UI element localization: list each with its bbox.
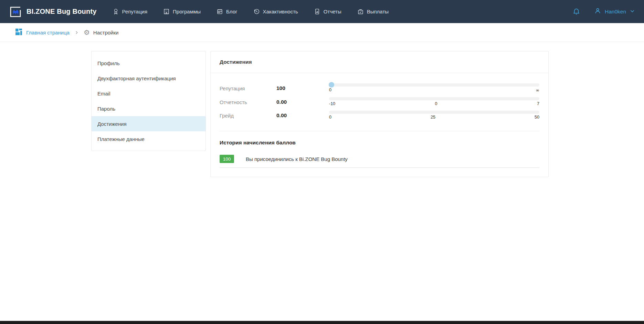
points-badge: 100 — [220, 155, 234, 163]
nav-item-programs[interactable]: Программы — [163, 8, 201, 15]
sidebar-item-email[interactable]: Email — [92, 86, 205, 101]
nav-item-payouts[interactable]: Выплаты — [357, 8, 389, 15]
nav-label: Отчеты — [324, 9, 341, 14]
navbar-right: Han0ken — [572, 7, 635, 16]
medal-icon — [113, 8, 119, 15]
nav-label: Блог — [226, 9, 237, 14]
slider-labels: -10 0 7 — [329, 101, 539, 106]
sidebar-item-label: Платежные данные — [97, 136, 145, 142]
sidebar-item-achievements[interactable]: Достижения — [92, 116, 205, 131]
reporting-slider: -10 0 7 — [329, 97, 539, 106]
slider-min-label: -10 — [329, 101, 335, 106]
slider-max-label: 7 — [537, 101, 539, 106]
points-history-section: История начисления баллов 100 Вы присоед… — [220, 131, 539, 177]
chevron-down-icon — [630, 8, 635, 15]
notifications-bell-icon[interactable] — [572, 8, 580, 16]
breadcrumb: Главная страница ⚙ Настройки — [0, 23, 644, 42]
page-content: Профиль Двухфакторная аутентификация Ema… — [0, 42, 644, 321]
history-entry-text: Вы присоединились к Bi.ZONE Bug Bounty — [246, 156, 348, 162]
stat-value: 100 — [276, 83, 329, 93]
nav-label: Выплаты — [367, 9, 389, 14]
nav-label: Репутация — [122, 9, 147, 14]
bug-logo-icon — [9, 5, 22, 18]
gear-icon: ⚙ — [84, 29, 90, 36]
achievements-panel: Достижения Репутация 100 0 ∞ Отчетность — [210, 51, 549, 177]
breadcrumb-home-label: Главная страница — [26, 30, 70, 36]
stat-label: Грейд — [220, 111, 276, 120]
chevron-right-icon — [74, 30, 79, 35]
building-icon — [163, 8, 170, 15]
sidebar-item-label: Профиль — [97, 60, 120, 66]
nav-label: Хакактивность — [263, 9, 298, 14]
stats-section: Репутация 100 0 ∞ Отчетность 0.00 — [211, 73, 548, 131]
stat-label: Отчетность — [220, 97, 276, 106]
user-icon — [594, 7, 601, 16]
points-history-title: История начисления баллов — [220, 140, 539, 146]
slider-labels: 0 ∞ — [329, 88, 539, 93]
slider-labels: 0 25 50 — [329, 115, 539, 120]
slider-track — [329, 83, 539, 87]
footer-strip — [0, 321, 644, 324]
sidebar-item-label: Достижения — [97, 121, 127, 127]
dashboard-icon — [15, 28, 22, 37]
notebook-icon — [217, 8, 223, 15]
sidebar-item-label: Email — [97, 91, 110, 97]
nav-item-reputation[interactable]: Репутация — [113, 8, 147, 15]
top-navbar: BI.ZONE Bug Bounty Репутация Программы — [0, 0, 644, 23]
slider-mid-label: 0 — [435, 101, 437, 106]
slider-mid-label: 25 — [431, 115, 435, 120]
breadcrumb-home-link[interactable]: Главная страница — [15, 28, 70, 37]
history-entry: 100 Вы присоединились к Bi.ZONE Bug Boun… — [220, 155, 539, 168]
slider-min-label: 0 — [329, 88, 331, 93]
nav-item-blog[interactable]: Блог — [217, 8, 237, 15]
sidebar-item-password[interactable]: Пароль — [92, 101, 205, 116]
stat-label: Репутация — [220, 83, 276, 93]
grade-slider: 0 25 50 — [329, 111, 539, 120]
nav-label: Программы — [173, 9, 201, 14]
stat-value: 0.00 — [276, 97, 329, 106]
slider-track — [329, 111, 539, 114]
stat-row-grade: Грейд 0.00 0 25 50 — [220, 111, 539, 120]
main-navigation: Репутация Программы Блог — [113, 8, 389, 15]
stat-row-reporting: Отчетность 0.00 -10 0 7 — [220, 97, 539, 106]
slider-min-label: 0 — [329, 115, 331, 120]
stat-value: 0.00 — [276, 111, 329, 120]
sidebar-item-2fa[interactable]: Двухфакторная аутентификация — [92, 71, 205, 86]
sidebar-item-label: Пароль — [97, 106, 115, 112]
breadcrumb-current-label: Настройки — [93, 30, 119, 36]
sidebar-item-profile[interactable]: Профиль — [92, 55, 205, 71]
report-icon — [314, 8, 320, 15]
stat-row-reputation: Репутация 100 0 ∞ — [220, 83, 539, 93]
nav-item-reports[interactable]: Отчеты — [314, 8, 341, 15]
reputation-slider: 0 ∞ — [329, 83, 539, 93]
sidebar-item-label: Двухфакторная аутентификация — [97, 75, 176, 81]
slider-max-label: 50 — [535, 115, 539, 120]
history-icon — [253, 8, 260, 15]
sidebar-item-payment-details[interactable]: Платежные данные — [92, 131, 205, 146]
brand-logo[interactable]: BI.ZONE Bug Bounty — [9, 5, 97, 18]
username: Han0ken — [605, 9, 626, 15]
breadcrumb-current: ⚙ Настройки — [84, 29, 119, 36]
slider-handle[interactable] — [329, 82, 334, 88]
payout-icon — [357, 8, 364, 15]
settings-sidebar: Профиль Двухфакторная аутентификация Ema… — [91, 51, 206, 151]
slider-max-label: ∞ — [536, 88, 539, 93]
nav-item-hacktivity[interactable]: Хакактивность — [253, 8, 298, 15]
brand-text: BI.ZONE Bug Bounty — [27, 8, 97, 16]
slider-track — [329, 97, 539, 100]
user-menu[interactable]: Han0ken — [594, 7, 635, 16]
panel-title: Достижения — [211, 51, 548, 73]
